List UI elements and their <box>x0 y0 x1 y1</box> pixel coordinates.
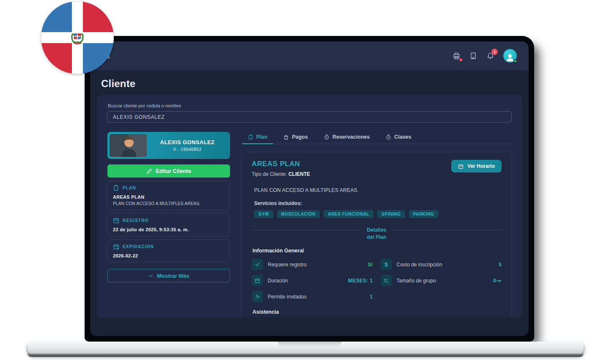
show-more-label: Mostrar Más <box>157 273 189 279</box>
expiration-head: EXPIRACIÓN <box>113 244 225 250</box>
plan-summary-card: PLAN AREAS PLAN PLAN CON ACCESO A MULTIP… <box>107 181 230 210</box>
bell-icon[interactable]: 1 <box>486 51 495 60</box>
online-status-dot <box>513 59 517 63</box>
registration-head: REGISTRO <box>113 217 225 224</box>
client-type: Tipo de Cliente: CLIENTE <box>252 171 310 177</box>
laptop-base <box>27 342 584 354</box>
service-tag[interactable]: SPINING <box>377 210 405 218</box>
client-detail-column: Plan Pagos <box>242 132 511 317</box>
detail-label: Costo de inscripción <box>397 262 494 268</box>
clipboard-icon <box>113 185 119 191</box>
client-page: Cliente Buscar cliente por cedula o nomb… <box>90 70 529 336</box>
edit-client-label: Editar Cliente <box>156 168 191 174</box>
check-icon <box>252 259 263 270</box>
user-plus-icon <box>252 291 263 302</box>
plan-details-link-line2: del Plan <box>367 234 386 240</box>
client-wrapper-card: Buscar cliente por cedula o nombre <box>97 95 522 317</box>
divider-line <box>392 230 502 230</box>
detail-row-permite-invitados: Permite invitados 1 <box>252 291 373 302</box>
plan-summary-label: PLAN <box>123 186 136 190</box>
plan-description: PLAN CON ACCESO A MULTIPLES AREAS. <box>254 187 502 193</box>
detail-label: Tamaño de grupo <box>397 278 488 284</box>
chevron-down-icon <box>148 273 154 279</box>
tab-pagos-label: Pagos <box>292 134 308 140</box>
ver-horario-label: Ver Horario <box>467 163 495 169</box>
calendar-plus-icon <box>113 217 119 224</box>
expiration-date: 2026-02-22 <box>113 253 225 258</box>
show-more-button[interactable]: Mostrar Más <box>107 269 230 282</box>
plan-summary-title: AREAS PLAN <box>113 194 225 200</box>
client-type-label: Tipo de Cliente: <box>252 171 288 177</box>
dollar-icon: $ <box>381 259 392 270</box>
divider-line <box>252 230 361 230</box>
general-info-grid: Requiere registro Sí $ Costo de inscripc… <box>252 259 502 302</box>
clock-icon <box>324 134 329 140</box>
client-meta: ALEXIS GONSALEZ V - 19546852 <box>147 139 228 152</box>
calendar-icon <box>252 275 263 286</box>
printer-icon[interactable] <box>452 51 461 60</box>
attendance-title: Asistencia <box>252 309 502 315</box>
edit-client-button[interactable]: Editar Cliente <box>107 164 230 178</box>
clock-icon <box>386 134 391 140</box>
plan-summary-description: PLAN CON ACCESO A MULTIPLES AREAS. <box>113 201 225 206</box>
detail-row-tamano-grupo: Tamaño de grupo 0-∞ <box>381 275 502 286</box>
plan-details-divider: Detalles del Plan <box>252 227 502 241</box>
ver-horario-button[interactable]: Ver Horario <box>451 160 502 172</box>
clipboard-icon <box>248 134 253 140</box>
notification-badge: 1 <box>491 49 498 55</box>
client-name: ALEXIS GONSALEZ <box>147 139 228 145</box>
users-icon <box>381 275 392 286</box>
printer-alert-dot <box>459 58 462 61</box>
client-summary-column: ALEXIS GONSALEZ V - 19546852 Editar Clie… <box>107 132 230 317</box>
expiration-label: EXPIRACIÓN <box>123 244 154 249</box>
bag-icon <box>283 134 289 140</box>
user-avatar[interactable] <box>503 49 517 63</box>
tab-bar: Plan Pagos <box>242 132 511 144</box>
tab-reservaciones-label: Reservaciones <box>332 134 370 140</box>
topbar: 1 <box>90 41 529 70</box>
tab-pagos[interactable]: Pagos <box>277 132 314 144</box>
plan-details-link[interactable]: Detalles del Plan <box>361 227 392 241</box>
tab-clases[interactable]: Clases <box>380 132 417 144</box>
tab-clases-label: Clases <box>394 134 411 140</box>
tab-plan-label: Plan <box>256 134 267 140</box>
plan-summary-head: PLAN <box>113 185 225 191</box>
services-tags: GYM MUSCULACION AREA FUNCIONAL SPINING P… <box>254 210 502 218</box>
service-tag[interactable]: AREA FUNCIONAL <box>324 210 373 218</box>
plan-panel-titles: AREAS PLAN Tipo de Cliente: CLIENTE <box>252 160 310 177</box>
service-tag[interactable]: GYM <box>254 210 273 218</box>
detail-label: Permite invitados <box>268 294 365 300</box>
detail-value: MESES: 1 <box>348 278 373 284</box>
detail-value: 1 <box>370 294 373 300</box>
tab-plan[interactable]: Plan <box>242 132 273 144</box>
service-tag[interactable]: PARKING <box>409 210 439 218</box>
page-stage: 1 Cliente Buscar cliente por cedula o no… <box>0 0 609 364</box>
plan-panel-header: AREAS PLAN Tipo de Cliente: CLIENTE Ver … <box>252 160 502 177</box>
plan-title: AREAS PLAN <box>252 160 310 168</box>
detail-label: Duración <box>268 278 343 284</box>
registration-card: REGISTRO 22 de julio de 2025, 9:53:35 a.… <box>107 213 230 236</box>
detail-row-empty <box>381 291 502 302</box>
laptop-screen: 1 Cliente Buscar cliente por cedula o no… <box>85 36 534 342</box>
plan-details-link-line1: Detalles <box>367 227 386 233</box>
dominican-republic-flag-icon <box>41 1 114 74</box>
detail-row-duracion: Duración MESES: 1 <box>252 275 373 286</box>
content-columns: ALEXIS GONSALEZ V - 19546852 Editar Clie… <box>107 132 511 317</box>
expiration-card: EXPIRACIÓN 2026-02-22 <box>107 239 230 263</box>
pencil-icon <box>146 168 152 174</box>
detail-value: 5 <box>499 262 502 268</box>
detail-row-costo-inscripcion: $ Costo de inscripción 5 <box>381 259 502 270</box>
client-id: V - 19546852 <box>147 147 228 152</box>
search-input[interactable] <box>107 111 512 123</box>
service-tag[interactable]: MUSCULACION <box>277 210 320 218</box>
app-display: 1 Cliente Buscar cliente por cedula o no… <box>90 41 529 336</box>
page-title: Cliente <box>101 78 522 90</box>
client-type-value: CLIENTE <box>288 171 310 177</box>
tab-reservaciones[interactable]: Reservaciones <box>318 132 376 144</box>
detail-row-requiere-registro: Requiere registro Sí <box>252 259 373 270</box>
calendar-x-icon <box>113 244 119 250</box>
client-card: ALEXIS GONSALEZ V - 19546852 <box>107 132 230 159</box>
general-info-title: Información General <box>252 248 502 254</box>
building-icon[interactable] <box>469 51 478 60</box>
registration-label: REGISTRO <box>123 218 149 223</box>
